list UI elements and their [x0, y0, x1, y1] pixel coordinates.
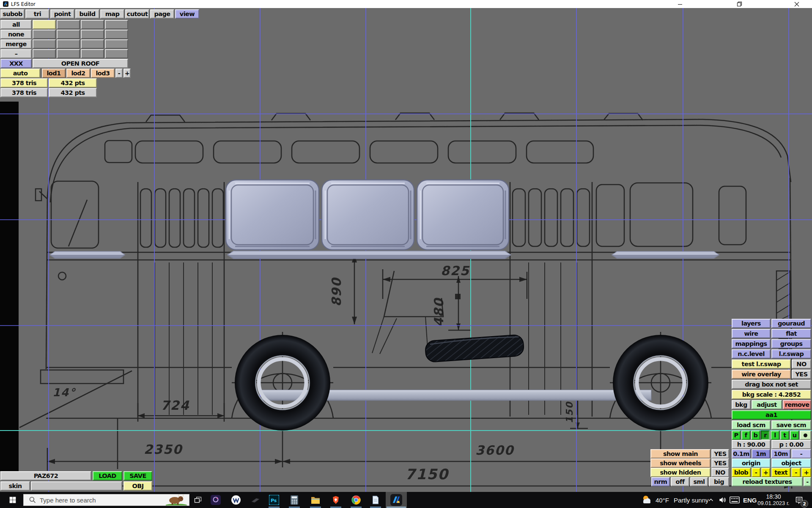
show-wheels-button[interactable]: show wheels — [650, 458, 710, 468]
subob-grid-cell[interactable] — [33, 30, 56, 39]
step-10m-button[interactable]: 10m — [771, 449, 790, 458]
taskbar-app-gog[interactable] — [208, 493, 223, 507]
subob-grid-cell[interactable] — [81, 20, 104, 29]
taskbar-app-notepad[interactable] — [368, 493, 383, 507]
taskbar-app-lfs-active[interactable] — [386, 492, 407, 508]
tab-map[interactable]: map — [100, 9, 124, 19]
lrswap-button[interactable]: l.r.swap — [771, 349, 811, 359]
nrm-sml-button[interactable]: sml — [690, 477, 708, 486]
view-dot-button[interactable] — [800, 431, 811, 440]
save-button[interactable]: SAVE — [123, 471, 152, 480]
window-panel[interactable] — [226, 180, 319, 250]
subob-grid-cell[interactable] — [81, 49, 104, 58]
text-minus-button[interactable]: - — [791, 468, 801, 477]
merge-button[interactable]: merge — [0, 39, 32, 49]
origin-button[interactable]: origin — [732, 458, 771, 468]
step-1m-button-selected[interactable]: 1m — [752, 449, 770, 458]
step-minus-button[interactable]: - — [791, 449, 811, 458]
load-button[interactable]: LOAD — [93, 471, 122, 480]
subob-grid-cell[interactable] — [105, 49, 128, 58]
volume-button[interactable] — [716, 493, 728, 507]
subob-grid-cell[interactable] — [57, 39, 80, 49]
rear-wheel[interactable] — [613, 335, 708, 431]
vehicle-name-field[interactable]: PAZ672 — [0, 471, 91, 480]
select-none-button[interactable]: none — [0, 30, 32, 39]
groups-button[interactable]: groups — [771, 339, 811, 348]
lod2-button[interactable]: lod2 — [66, 69, 90, 78]
view-perspective-button[interactable]: P — [732, 431, 741, 440]
start-button[interactable] — [5, 493, 20, 507]
pitch-value[interactable]: p : 0.00 — [771, 440, 811, 449]
mappings-button[interactable]: mappings — [732, 339, 771, 348]
show-hidden-button[interactable]: show hidden — [650, 468, 710, 477]
load-scm-button[interactable]: load scm — [732, 420, 771, 430]
text-button[interactable]: text — [771, 468, 790, 477]
restore-button[interactable] — [730, 0, 749, 8]
test-lrswap-value[interactable]: NO — [792, 359, 811, 369]
skin-name-field[interactable] — [31, 481, 122, 491]
close-button[interactable] — [787, 0, 806, 8]
subob-grid-cell[interactable] — [57, 30, 80, 39]
subob-grid-cell[interactable] — [105, 30, 128, 39]
text-plus-button[interactable]: + — [801, 468, 811, 477]
show-hidden-value[interactable]: NO — [711, 468, 729, 477]
lod-plus-button[interactable]: + — [123, 69, 131, 78]
show-main-value[interactable]: YES — [711, 449, 729, 458]
nrm-button-selected[interactable]: nrm — [651, 477, 670, 486]
subob-grid-cell[interactable] — [81, 39, 104, 49]
subob-grid-cell[interactable] — [33, 49, 56, 58]
bkg-remove-button[interactable]: remove — [783, 400, 811, 409]
chassis-bar[interactable] — [261, 390, 651, 400]
handrail-bars[interactable] — [50, 251, 719, 259]
tab-subob[interactable]: subob — [0, 9, 25, 19]
wire-button[interactable]: wire — [732, 329, 771, 338]
blob-minus-button[interactable]: - — [752, 468, 760, 477]
nrm-off-button[interactable]: off — [671, 477, 689, 486]
obj-button[interactable]: OBJ — [123, 481, 152, 491]
nclevel-button[interactable]: n.c.level — [732, 349, 771, 359]
taskbar-app-calculator[interactable] — [287, 493, 302, 507]
subob-grid-cell[interactable] — [57, 20, 80, 29]
tab-point[interactable]: point — [50, 9, 74, 19]
taskbar-app-brave[interactable] — [328, 493, 343, 507]
subob-grid-cell[interactable] — [57, 49, 80, 58]
reload-textures-button[interactable]: reload textures — [732, 477, 803, 486]
gouraud-button[interactable]: gouraud — [771, 319, 811, 328]
bkg-scale-button[interactable]: bkg scale : 4.2852 — [732, 390, 811, 399]
view-right-button-selected[interactable]: r — [761, 431, 770, 440]
tray-expand-button[interactable] — [705, 493, 716, 507]
taskbar-app-explorer[interactable] — [308, 493, 323, 507]
tab-build[interactable]: build — [75, 9, 99, 19]
view-top-button[interactable]: t — [780, 431, 789, 440]
clock[interactable]: 18:30 09.01.2023 г. — [756, 494, 791, 506]
subobject-name-button[interactable]: XXX — [0, 59, 32, 68]
heading-value[interactable]: h : 90.00 — [732, 440, 771, 449]
select-all-button[interactable]: all — [0, 20, 32, 29]
front-wheel[interactable] — [235, 335, 330, 431]
subob-grid-cell[interactable] — [105, 20, 128, 29]
taskbar-app-wacom[interactable] — [228, 493, 244, 507]
nrm-big-button[interactable]: big — [709, 477, 729, 486]
search-input[interactable]: Type here to search — [23, 494, 189, 506]
save-scm-button[interactable]: save scm — [771, 420, 811, 430]
tab-view-active[interactable]: view — [175, 9, 199, 19]
tab-cutout[interactable]: cutout — [125, 9, 149, 19]
bkg-adjust-button[interactable]: adjust — [752, 400, 782, 409]
tab-tri[interactable]: tri — [25, 9, 49, 19]
subob-grid-cell[interactable] — [105, 39, 128, 49]
step-0.1m-button[interactable]: 0.1m — [732, 449, 751, 458]
taskbar-app-chrome[interactable] — [348, 493, 364, 507]
view-back-button[interactable]: b — [751, 431, 760, 440]
window-panel[interactable] — [322, 180, 414, 250]
view-left-button[interactable]: l — [771, 431, 779, 440]
bkg-button[interactable]: bkg — [732, 400, 751, 409]
lod-minus-button[interactable]: - — [115, 69, 123, 78]
show-main-button[interactable]: show main — [650, 449, 710, 458]
window-panel[interactable] — [417, 180, 509, 250]
subob-grid-cell[interactable] — [81, 30, 104, 39]
test-lrswap-button[interactable]: test l.r.swap — [732, 359, 791, 369]
dash-button[interactable]: – — [0, 49, 32, 58]
subob-grid-cell-selected[interactable] — [33, 20, 56, 29]
weather-condition[interactable]: Partly sunny — [674, 492, 709, 508]
lod1-button[interactable]: lod1 — [42, 69, 66, 78]
